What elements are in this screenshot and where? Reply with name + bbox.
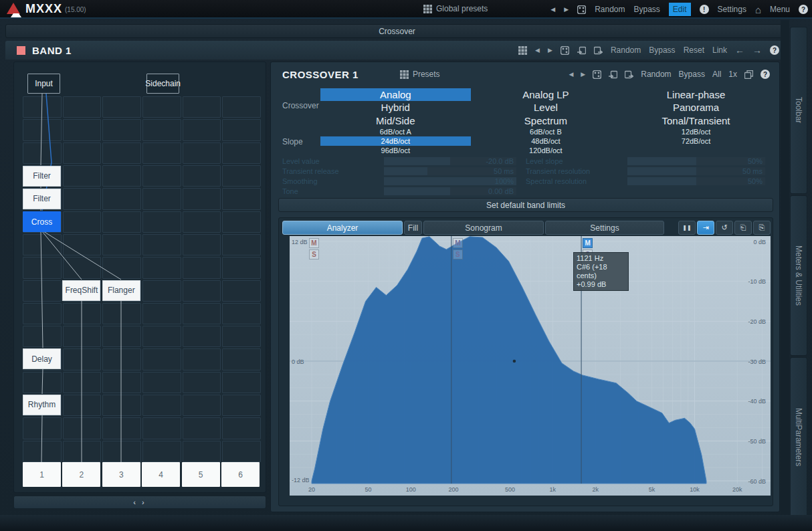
grid-cell[interactable]: [142, 96, 181, 118]
grid-cell[interactable]: [102, 234, 141, 255]
import-icon[interactable]: [577, 46, 586, 55]
oversampling-button[interactable]: 1x: [728, 70, 737, 79]
grid-cell[interactable]: [222, 234, 261, 255]
grid-cell[interactable]: [102, 417, 141, 439]
grid-cell[interactable]: [142, 372, 181, 393]
grid-cell[interactable]: [142, 326, 181, 347]
export-icon[interactable]: ⎘: [753, 221, 771, 235]
grid-cell[interactable]: [23, 372, 62, 393]
option-analog[interactable]: Analog: [320, 88, 471, 101]
grid-cell[interactable]: [183, 142, 221, 164]
grid-cell[interactable]: [23, 417, 62, 439]
prev-button[interactable]: ◀: [535, 47, 540, 54]
node-filter[interactable]: Filter: [23, 166, 61, 187]
option-12db-oct[interactable]: 12dB/oct: [621, 127, 771, 136]
option-level[interactable]: Level: [471, 101, 621, 114]
grid-cell[interactable]: [222, 165, 261, 187]
output-4[interactable]: 4: [142, 462, 180, 487]
option-linear-phase[interactable]: Linear-phase: [621, 88, 771, 101]
grid-cell[interactable]: [222, 441, 261, 462]
import-icon[interactable]: [609, 70, 617, 79]
grid-cell[interactable]: [63, 211, 102, 233]
grid-cell[interactable]: [102, 165, 141, 187]
grid-cell[interactable]: [23, 303, 62, 324]
grid-cell[interactable]: [222, 257, 261, 278]
option-hybrid[interactable]: Hybrid: [320, 101, 471, 114]
analyzer-tab-sonogram[interactable]: Sonogram: [423, 221, 544, 235]
option-120db-oct[interactable]: 120dB/oct: [471, 146, 621, 155]
help-icon[interactable]: ?: [770, 45, 779, 55]
grid-cell[interactable]: [23, 326, 62, 347]
presets-button[interactable]: Presets: [400, 70, 440, 79]
grid-cell[interactable]: [222, 188, 261, 209]
grid-cell[interactable]: [102, 372, 141, 393]
import-icon[interactable]: ⎗: [734, 221, 752, 235]
spectrum-analyzer-chart[interactable]: 12 dB0 dB-12 dB0 dB-10 dB-20 dB-30 dB-40…: [290, 236, 771, 496]
grid-cell[interactable]: [222, 280, 261, 302]
option-panorama[interactable]: Panorama: [621, 101, 771, 114]
option-spectrum[interactable]: Spectrum: [471, 114, 621, 127]
grid-cell[interactable]: [222, 372, 261, 393]
node-input[interactable]: Input: [27, 74, 60, 94]
grid-cell[interactable]: [222, 119, 261, 140]
crossover-bypass-button[interactable]: Bypass: [679, 70, 705, 79]
grid-cell[interactable]: [142, 348, 181, 370]
dice-icon[interactable]: [577, 5, 586, 14]
redo-arrow-button[interactable]: →: [752, 45, 762, 56]
grid-cell[interactable]: [183, 119, 221, 140]
grid-cell[interactable]: [63, 165, 102, 187]
output-3[interactable]: 3: [102, 462, 140, 487]
prev-button[interactable]: ◀: [569, 71, 573, 78]
output-2[interactable]: 2: [62, 462, 100, 487]
output-1[interactable]: 1: [23, 462, 61, 487]
grid-cell[interactable]: [23, 142, 62, 164]
band-bypass-button[interactable]: Bypass: [649, 45, 675, 55]
option-mid-side[interactable]: Mid/Side: [320, 114, 471, 127]
grid-icon[interactable]: [518, 46, 527, 55]
option-6db-oct-a[interactable]: 6dB/oct A: [320, 127, 471, 136]
node-cross[interactable]: Cross: [23, 211, 61, 232]
analyzer-tab-fill[interactable]: Fill: [404, 221, 422, 235]
grid-cell[interactable]: [183, 417, 221, 439]
grid-cell[interactable]: [222, 326, 261, 347]
home-icon[interactable]: ⌂: [755, 4, 761, 15]
grid-cell[interactable]: [23, 441, 62, 462]
grid-cell[interactable]: [63, 417, 102, 439]
global-presets-button[interactable]: Global presets: [423, 4, 488, 13]
band2-solo-button[interactable]: S: [453, 249, 463, 259]
undo-arrow-button[interactable]: ←: [735, 45, 744, 56]
grid-cell[interactable]: [142, 395, 181, 416]
option-6db-oct-b[interactable]: 6dB/oct B: [471, 127, 621, 136]
grid-cell[interactable]: [102, 211, 141, 233]
grid-cell[interactable]: [222, 303, 261, 324]
option-96db-oct[interactable]: 96dB/oct: [320, 146, 471, 155]
export-icon[interactable]: [625, 70, 633, 79]
output-6[interactable]: 6: [221, 462, 260, 487]
grid-cell[interactable]: [142, 234, 181, 255]
help-icon[interactable]: ?: [799, 5, 808, 14]
grid-cell[interactable]: [63, 234, 102, 255]
grid-cell[interactable]: [183, 165, 221, 187]
grid-cell[interactable]: [142, 417, 181, 439]
grid-cell[interactable]: [23, 257, 62, 278]
grid-cell[interactable]: [183, 372, 221, 393]
grid-cell[interactable]: [102, 257, 141, 278]
option-48db-oct[interactable]: 48dB/oct: [471, 136, 621, 146]
edit-button[interactable]: Edit: [669, 3, 691, 16]
next-button[interactable]: ▶: [581, 71, 585, 78]
grid-cell[interactable]: [63, 257, 102, 278]
help-icon[interactable]: ?: [760, 70, 770, 79]
grid-cell[interactable]: [183, 280, 221, 302]
grid-cell[interactable]: [23, 119, 62, 140]
module-tab-crossover[interactable]: Crossover: [5, 24, 789, 38]
grid-cell[interactable]: [222, 348, 261, 370]
grid-cell[interactable]: [142, 280, 181, 302]
band2-mute-button[interactable]: M: [453, 238, 463, 248]
grid-cell[interactable]: [183, 211, 221, 233]
grid-cell[interactable]: [142, 211, 181, 233]
reset-icon[interactable]: ↺: [716, 221, 733, 235]
grid-cell[interactable]: [183, 395, 221, 416]
grid-cell[interactable]: [183, 348, 221, 370]
analyzer-tab-settings[interactable]: Settings: [545, 221, 664, 235]
option-24db-oct[interactable]: 24dB/oct: [320, 136, 471, 146]
